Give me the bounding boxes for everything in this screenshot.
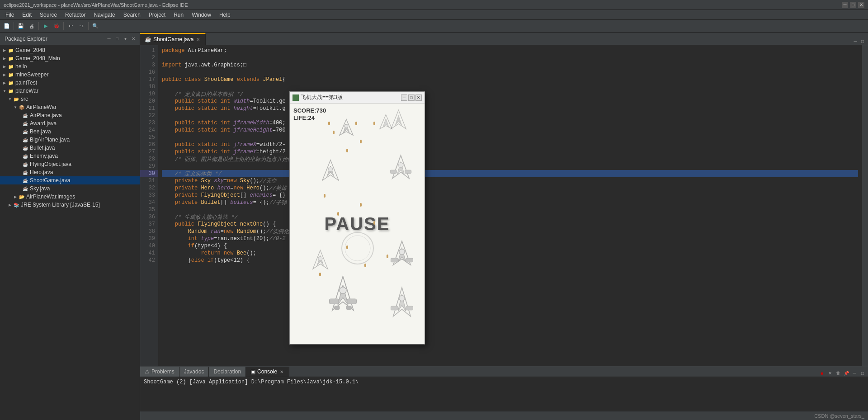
panel-view-menu-btn[interactable]: ▾ <box>122 35 129 42</box>
minimize-button[interactable]: ─ <box>842 2 848 8</box>
menu-run[interactable]: Run <box>170 11 187 19</box>
menu-help[interactable]: Help <box>216 11 234 19</box>
problems-icon: ⚠ <box>145 368 150 375</box>
tree-item-airplane[interactable]: ☕ AirPlane.java <box>0 111 140 119</box>
new-button[interactable]: 📄 <box>2 21 12 31</box>
menu-search[interactable]: Search <box>120 11 144 19</box>
svg-rect-14 <box>405 170 411 173</box>
line-23: 23 <box>140 119 158 127</box>
panel-minimize-btn[interactable]: ─ <box>105 35 113 42</box>
tab-close-button[interactable]: ✕ <box>195 37 201 42</box>
panel-maximize-btn[interactable]: □ <box>113 35 121 42</box>
console-icon: ▣ <box>250 368 255 375</box>
tree-arrow-bullet <box>18 145 22 151</box>
bottom-tab-declaration[interactable]: Declaration <box>209 367 246 377</box>
tree-item-hello[interactable]: ▶ 📁 hello <box>0 62 140 71</box>
code-line-19: /* 定义窗口的基本数据 */ <box>162 90 858 98</box>
tree-item-painttest[interactable]: ▶ 📁 paintTest <box>0 79 140 87</box>
svg-rect-28 <box>330 299 339 304</box>
print-button[interactable]: 🖨 <box>27 21 37 31</box>
java-icon-bee: ☕ <box>22 128 29 135</box>
menu-source[interactable]: Source <box>36 11 61 19</box>
bottom-tab-problems[interactable]: ⚠ Problems <box>140 367 179 377</box>
menu-edit[interactable]: Edit <box>19 11 35 19</box>
console-stop-btn[interactable]: ■ <box>818 369 826 377</box>
editor-tab-shootgame[interactable]: ☕ ShootGame.java ✕ <box>140 33 206 45</box>
console-close-btn[interactable]: ✕ <box>279 369 284 375</box>
console-max-btn[interactable]: □ <box>859 369 866 377</box>
line-3: 3 <box>140 61 158 69</box>
console-pin-btn[interactable]: 📌 <box>843 369 850 377</box>
tree-item-game2048[interactable]: ▶ 📁 Game_2048 <box>0 46 140 54</box>
bottom-tab-controls: ■ ✕ 🗑 📌 ─ □ <box>816 369 868 377</box>
editor-tabs: ☕ ShootGame.java ✕ ─ □ <box>140 33 868 45</box>
editor-min-btn[interactable]: ─ <box>852 38 859 45</box>
console-terminate-btn[interactable]: ✕ <box>826 369 834 377</box>
game-window[interactable]: 飞机大战==第3版 ─ □ ✕ SCORE:730 LIFE:24 <box>289 91 425 344</box>
planet-decoration <box>340 230 376 266</box>
tree-item-shootgame[interactable]: ☕ ShootGame.java <box>0 176 140 184</box>
code-line-32: private Hero hero=new Hero();//英雄 <box>162 184 858 192</box>
editor-scrollbar[interactable] <box>862 45 868 366</box>
game-window-icon <box>292 94 299 101</box>
tree-label-enemy: Enemy.java <box>30 153 58 159</box>
tree-arrow-src: ▼ <box>7 96 13 102</box>
bottom-tabs: ⚠ Problems Javadoc Declaration ▣ Console… <box>140 366 868 377</box>
undo-button[interactable]: ↩ <box>66 21 75 31</box>
tree-item-bee[interactable]: ☕ Bee.java <box>0 127 140 136</box>
game-title-bar[interactable]: 飞机大战==第3版 ─ □ ✕ <box>290 92 425 104</box>
debug-button[interactable]: 🐞 <box>52 21 61 31</box>
game-minimize-btn[interactable]: ─ <box>401 94 407 101</box>
editor-max-btn[interactable]: □ <box>859 38 866 45</box>
tree-label-airplanewar: AirPlaneWar <box>26 104 57 110</box>
bottom-tab-console[interactable]: ▣ Console ✕ <box>246 367 289 377</box>
svg-rect-22 <box>406 258 413 262</box>
game-maximize-btn[interactable]: □ <box>408 94 415 101</box>
menu-window[interactable]: Window <box>188 11 215 19</box>
close-button[interactable]: ✕ <box>858 2 864 8</box>
console-min-btn[interactable]: ─ <box>851 369 858 377</box>
code-line-33: private FlyingObject[] enemies= {} <box>162 192 858 199</box>
tree-item-enemy[interactable]: ☕ Enemy.java <box>0 152 140 160</box>
run-button[interactable]: ▶ <box>41 21 51 31</box>
menu-project[interactable]: Project <box>145 11 169 19</box>
maximize-button[interactable]: □ <box>850 2 856 8</box>
project-icon-planewar: 📁 <box>7 87 14 94</box>
code-editor-content[interactable]: package AirPlaneWar; import java.awt.Gra… <box>158 45 862 366</box>
line-30: 30 <box>140 170 158 177</box>
tree-item-hero[interactable]: ☕ Hero.java <box>0 168 140 176</box>
tree-item-bullet[interactable]: ☕ Bullet.java <box>0 144 140 152</box>
tree-item-bigairplane[interactable]: ☕ BigAirPlane.java <box>0 136 140 144</box>
tree-item-flyingobject[interactable]: ☕ FlyingObject.java <box>0 160 140 168</box>
save-button[interactable]: 💾 <box>16 21 26 31</box>
svg-rect-29 <box>347 299 357 304</box>
redo-button[interactable]: ↪ <box>76 21 86 31</box>
tree-item-airplanewar[interactable]: ▼ 📦 AirPlaneWar <box>0 103 140 111</box>
tree-item-images[interactable]: ▶ 📂 AirPlaneWar.images <box>0 193 140 201</box>
game-close-btn[interactable]: ✕ <box>415 94 422 101</box>
lib-icon-jre: 📚 <box>13 201 20 208</box>
package-explorer-tab[interactable]: Package Explorer <box>3 35 49 43</box>
tree-item-src[interactable]: ▼ 📂 src <box>0 95 140 103</box>
bottom-tab-javadoc[interactable]: Javadoc <box>179 367 209 377</box>
panel-close-btn[interactable]: ✕ <box>130 35 137 42</box>
console-clear-btn[interactable]: 🗑 <box>835 369 842 377</box>
line-24: 24 <box>140 127 158 134</box>
tree-label-hello: hello <box>15 63 27 70</box>
status-bar: CSDN @seven_stars_ <box>140 411 868 420</box>
menu-navigate[interactable]: Navigate <box>90 11 118 19</box>
tree-item-award[interactable]: ☕ Award.java <box>0 119 140 127</box>
right-area: ☕ ShootGame.java ✕ ─ □ 1 2 3 16 17 18 <box>140 33 868 420</box>
tree-label-bigairplane: BigAirPlane.java <box>30 137 70 143</box>
tree-item-planewar[interactable]: ▼ 📁 planeWar <box>0 87 140 95</box>
tree-item-game2048main[interactable]: ▶ 📁 Game_2048_Main <box>0 54 140 62</box>
tree-item-jre[interactable]: ▶ 📚 JRE System Library [JavaSE-15] <box>0 201 140 209</box>
code-line-39: int type=ran.nextInt(20);//0-2 <box>162 235 858 242</box>
search-toolbar-button[interactable]: 🔍 <box>90 21 100 31</box>
tree-item-minesweeper[interactable]: ▶ 📁 mineSweeper <box>0 71 140 79</box>
menu-file[interactable]: File <box>2 11 18 19</box>
code-line-38: Random ran=new Random();//实例化 <box>162 228 858 235</box>
code-line-24: public static int jframeHeight=700 <box>162 127 858 134</box>
menu-refactor[interactable]: Refactor <box>61 11 89 19</box>
tree-item-sky[interactable]: ☕ Sky.java <box>0 184 140 193</box>
